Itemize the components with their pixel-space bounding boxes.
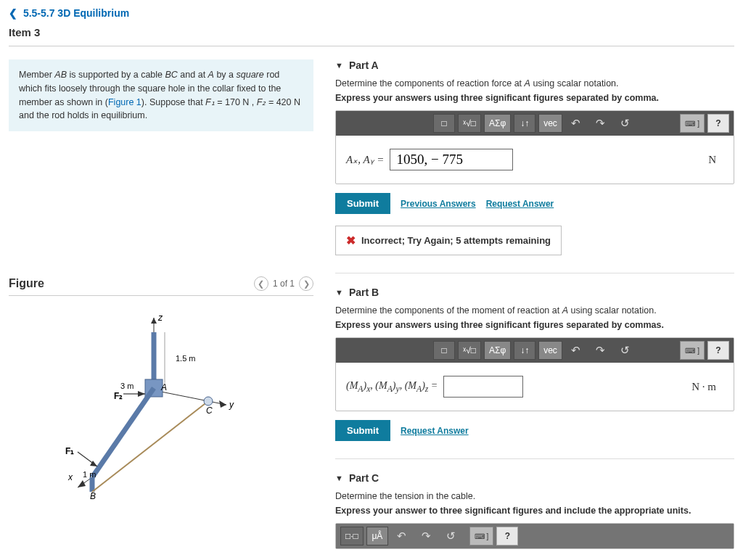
part-c-instructions: Express your answer to three significant… (335, 506, 734, 516)
sqrt-button[interactable]: ᵡ√□ (458, 114, 481, 133)
svg-line-11 (92, 388, 154, 477)
svg-text:C: C (206, 405, 213, 416)
keyboard-button[interactable]: ⌨ ] (680, 341, 705, 360)
caret-down-icon: ▼ (335, 288, 343, 297)
part-a-label: Aₓ, Aᵧ = (346, 153, 384, 166)
part-c-prompt: Determine the tension in the cable. (335, 491, 734, 501)
part-b-request-answer-link[interactable]: Request Answer (401, 426, 469, 436)
help-button[interactable]: ? (707, 341, 729, 360)
keyboard-button[interactable]: ⌨ ] (469, 527, 494, 545)
incorrect-icon: ✖ (346, 234, 356, 247)
svg-marker-7 (78, 480, 86, 487)
svg-marker-27 (138, 391, 145, 397)
greek-button[interactable]: ΑΣφ (484, 114, 511, 133)
greek-button[interactable]: ΑΣφ (484, 341, 511, 360)
sqrt-button[interactable]: ᵡ√□ (458, 341, 481, 360)
divider (335, 458, 734, 459)
part-b-title: Part B (349, 287, 379, 298)
part-a-request-answer-link[interactable]: Request Answer (486, 199, 554, 209)
svg-text:3 m: 3 m (120, 382, 134, 390)
reset-button[interactable]: ↺ (615, 114, 636, 133)
svg-text:x: x (67, 472, 73, 482)
figure-next-button[interactable]: ❯ (299, 276, 313, 291)
units-toolbar-c: □·□ μÅ ↶ ↷ ↺ ⌨ ] ? (336, 524, 734, 548)
chevron-left-icon: ❮ (9, 7, 17, 19)
svg-text:y: y (229, 400, 234, 410)
svg-text:B: B (90, 491, 96, 499)
problem-intro: Member AB is supported by a cable BC and… (9, 59, 313, 131)
svg-line-13 (92, 401, 208, 492)
svg-text:1 m: 1 m (83, 470, 96, 479)
part-b-toggle[interactable]: ▼ Part B (335, 287, 734, 298)
part-b-instructions: Express your answers using three signifi… (335, 320, 734, 330)
units-symbols-button[interactable]: μÅ (366, 527, 388, 545)
part-a-submit-button[interactable]: Submit (335, 193, 390, 214)
caret-down-icon: ▼ (335, 61, 343, 70)
divider (335, 273, 734, 273)
part-c-toggle[interactable]: ▼ Part C (335, 472, 734, 484)
undo-button[interactable]: ↶ (565, 341, 587, 360)
part-a-toggle[interactable]: ▼ Part A (335, 59, 734, 71)
template-button[interactable]: □ (433, 341, 455, 360)
keyboard-button[interactable]: ⌨ ] (680, 114, 705, 133)
part-a-instructions: Express your answers using three signifi… (335, 93, 734, 103)
redo-button[interactable]: ↷ (590, 341, 612, 360)
undo-button[interactable]: ↶ (391, 527, 413, 545)
undo-button[interactable]: ↶ (565, 114, 587, 133)
part-b-label: (MA)x, (MA)y, (MA)z = (346, 380, 438, 394)
svg-marker-1 (151, 318, 157, 324)
subsuper-button[interactable]: ↓↑ (514, 114, 535, 133)
redo-button[interactable]: ↷ (590, 114, 612, 133)
breadcrumb-text: 5.5-5.7 3D Equilibrium (23, 7, 129, 19)
part-b-unit: N · m (691, 381, 723, 393)
figure-heading: Figure (9, 277, 44, 290)
part-a-feedback: ✖ Incorrect; Try Again; 5 attempts remai… (335, 226, 562, 255)
vec-button[interactable]: vec (538, 114, 562, 133)
breadcrumb-link[interactable]: ❮ 5.5-5.7 3D Equilibrium (0, 0, 743, 22)
svg-text:F₁: F₁ (65, 446, 74, 456)
help-button[interactable]: ? (496, 527, 518, 545)
part-a-title: Part A (349, 59, 379, 71)
part-b-submit-button[interactable]: Submit (335, 420, 390, 441)
part-c-title: Part C (349, 472, 379, 484)
item-title: Item 3 (0, 22, 743, 46)
part-a-unit: N (708, 154, 723, 166)
redo-button[interactable]: ↷ (416, 527, 438, 545)
part-a-input[interactable] (390, 149, 513, 170)
equation-toolbar-a: □ ᵡ√□ ΑΣφ ↓↑ vec ↶ ↷ ↺ ⌨ ] ? (336, 111, 734, 136)
reset-button[interactable]: ↺ (615, 341, 636, 360)
figure-prev-button[interactable]: ❮ (254, 276, 268, 291)
svg-point-14 (204, 397, 213, 405)
figure-pager-text: 1 of 1 (273, 279, 295, 289)
svg-text:1.5 m: 1.5 m (176, 354, 196, 363)
divider (9, 46, 734, 46)
template-button[interactable]: □ (433, 114, 455, 133)
units-template-button[interactable]: □·□ (340, 527, 364, 545)
vec-button[interactable]: vec (538, 341, 562, 360)
svg-text:z: z (157, 313, 163, 323)
part-b-input[interactable] (443, 376, 523, 398)
help-button[interactable]: ? (707, 114, 729, 133)
svg-text:F₂: F₂ (114, 391, 123, 401)
part-b-prompt: Determine the components of the moment o… (335, 305, 734, 316)
part-a-previous-answers-link[interactable]: Previous Answers (401, 199, 476, 209)
subsuper-button[interactable]: ↓↑ (514, 341, 535, 360)
part-a-prompt: Determine the components of reaction for… (335, 78, 734, 88)
reset-button[interactable]: ↺ (440, 527, 462, 545)
svg-marker-4 (219, 400, 226, 408)
figure-diagram: z y x (9, 310, 313, 499)
equation-toolbar-b: □ ᵡ√□ ΑΣφ ↓↑ vec ↶ ↷ ↺ ⌨ ] ? (336, 338, 734, 363)
figure-ref-link[interactable]: Figure 1 (108, 97, 141, 107)
caret-down-icon: ▼ (335, 474, 343, 482)
svg-text:A: A (160, 382, 167, 392)
svg-line-3 (154, 390, 226, 405)
